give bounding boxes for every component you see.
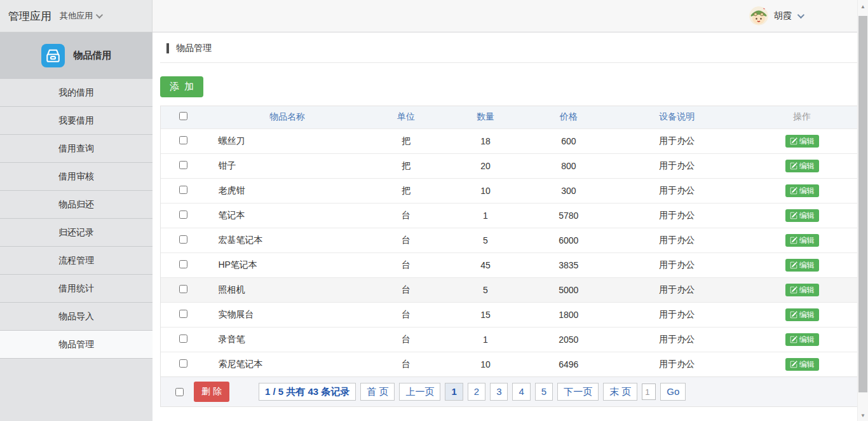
edit-button[interactable]: 编辑 <box>785 184 819 197</box>
archive-drawer-icon <box>41 44 65 67</box>
table-row: 索尼笔记本 台 10 6496 用于办公 编辑 <box>161 352 860 376</box>
prev-page-button[interactable]: 上一页 <box>399 383 440 401</box>
edit-button[interactable]: 编辑 <box>785 259 819 272</box>
item-qty: 10 <box>443 178 527 203</box>
row-checkbox[interactable] <box>179 335 187 343</box>
edit-button[interactable]: 编辑 <box>785 160 819 172</box>
edit-pencil-icon <box>790 187 797 195</box>
other-apps-label: 其他应用 <box>60 10 93 22</box>
sidebar-item-item-import[interactable]: 物品导入 <box>0 302 153 330</box>
scrollbar-thumb[interactable] <box>858 16 867 392</box>
select-all-checkbox[interactable] <box>179 112 187 120</box>
item-price: 5780 <box>527 203 609 228</box>
item-desc: 用于办公 <box>609 277 744 302</box>
item-name: 螺丝刀 <box>205 128 369 153</box>
edit-button[interactable]: 编辑 <box>785 135 819 148</box>
edit-pencil-icon <box>790 286 797 294</box>
sidebar-item-item-return[interactable]: 物品归还 <box>0 190 153 218</box>
item-price: 3835 <box>527 252 609 277</box>
row-checkbox[interactable] <box>179 210 187 219</box>
item-desc: 用于办公 <box>609 203 744 228</box>
sidebar-item-label: 借用审核 <box>58 171 94 183</box>
record-summary: 1 / 5 共有 43 条记录 <box>259 383 356 401</box>
header-price[interactable]: 价格 <box>527 106 609 128</box>
sidebar-item-item-mgmt[interactable]: 物品管理 <box>0 330 153 358</box>
last-page-button[interactable]: 末 页 <box>603 383 637 401</box>
item-qty: 10 <box>443 352 527 376</box>
row-checkbox[interactable] <box>179 285 187 293</box>
row-checkbox[interactable] <box>179 359 187 368</box>
sidebar-item-i-want-borrow[interactable]: 我要借用 <box>0 106 153 134</box>
page-button-1[interactable]: 1 <box>445 383 463 401</box>
item-desc: 用于办公 <box>609 178 744 203</box>
edit-pencil-icon <box>790 212 797 219</box>
row-checkbox[interactable] <box>179 310 187 318</box>
table-row: 实物展台 台 15 1800 用于办公 编辑 <box>161 302 860 327</box>
header-desc[interactable]: 设备说明 <box>609 106 744 128</box>
add-button[interactable]: 添 加 <box>160 76 203 97</box>
item-name: HP笔记本 <box>205 252 369 277</box>
table-row: 老虎钳 把 10 300 用于办公 编辑 <box>161 178 860 203</box>
item-qty: 5 <box>443 228 527 252</box>
sidebar-item-return-records[interactable]: 归还记录 <box>0 218 153 246</box>
row-checkbox[interactable] <box>179 235 187 244</box>
page-header: 物品管理 <box>160 32 860 63</box>
item-qty: 20 <box>443 153 527 178</box>
sidebar-item-borrow-stats[interactable]: 借用统计 <box>0 274 153 302</box>
edit-pencil-icon <box>790 311 797 319</box>
sidebar-item-borrow-query[interactable]: 借用查询 <box>0 134 153 162</box>
row-checkbox[interactable] <box>179 136 187 144</box>
item-desc: 用于办公 <box>609 128 744 153</box>
vertical-scrollbar[interactable]: ▲ ▼ <box>857 0 868 421</box>
page-button-4[interactable]: 4 <box>512 383 530 401</box>
header-qty[interactable]: 数量 <box>443 106 527 128</box>
sidebar-module-header: 物品借用 <box>0 32 153 78</box>
page-button-3[interactable]: 3 <box>490 383 508 401</box>
edit-pencil-icon <box>790 237 797 244</box>
sidebar-filler <box>0 358 153 421</box>
item-price: 6000 <box>527 228 609 252</box>
header-item-name[interactable]: 物品名称 <box>205 106 369 128</box>
sidebar-item-process-mgmt[interactable]: 流程管理 <box>0 246 153 274</box>
item-unit: 台 <box>369 252 444 277</box>
scrollbar-down-arrow-icon[interactable]: ▼ <box>858 413 868 418</box>
scrollbar-up-arrow-icon[interactable]: ▲ <box>858 4 868 10</box>
edit-button[interactable]: 编辑 <box>785 358 819 371</box>
goto-page-input[interactable] <box>642 383 656 400</box>
edit-pencil-icon <box>790 137 797 145</box>
edit-button[interactable]: 编辑 <box>785 284 819 296</box>
item-price: 800 <box>527 153 609 178</box>
edit-label: 编辑 <box>799 361 815 368</box>
next-page-button[interactable]: 下一页 <box>557 383 599 401</box>
first-page-button[interactable]: 首 页 <box>360 383 395 401</box>
header-unit[interactable]: 单位 <box>369 106 444 128</box>
app-title: 管理应用 <box>8 9 51 24</box>
delete-button[interactable]: 删 除 <box>194 382 229 402</box>
sidebar-item-label: 物品归还 <box>58 199 94 210</box>
edit-button[interactable]: 编辑 <box>785 308 819 321</box>
footer-select-checkbox[interactable] <box>175 388 184 396</box>
row-checkbox[interactable] <box>179 161 187 169</box>
edit-button[interactable]: 编辑 <box>785 333 819 346</box>
item-desc: 用于办公 <box>609 352 744 376</box>
edit-button[interactable]: 编辑 <box>785 234 819 247</box>
sidebar-item-my-borrowing[interactable]: 我的借用 <box>0 78 153 106</box>
edit-pencil-icon <box>790 336 797 343</box>
row-checkbox[interactable] <box>179 260 187 268</box>
item-price: 2050 <box>527 327 609 352</box>
table-row: 钳子 把 20 800 用于办公 编辑 <box>161 153 860 178</box>
edit-button[interactable]: 编辑 <box>785 209 819 222</box>
user-menu-chevron-icon[interactable] <box>797 11 804 18</box>
topbar: 管理应用 其他应用 胡霞 <box>0 0 868 32</box>
row-checkbox[interactable] <box>179 186 187 194</box>
go-button[interactable]: Go <box>660 383 686 401</box>
page-title: 物品管理 <box>176 43 212 54</box>
item-unit: 台 <box>369 302 444 327</box>
page-button-5[interactable]: 5 <box>535 383 553 401</box>
user-avatar[interactable] <box>749 6 768 25</box>
other-apps-dropdown[interactable]: 其他应用 <box>60 10 101 22</box>
sidebar-item-label: 借用统计 <box>58 283 94 294</box>
item-unit: 把 <box>369 178 444 203</box>
sidebar-item-borrow-review[interactable]: 借用审核 <box>0 162 153 190</box>
page-button-2[interactable]: 2 <box>468 383 485 401</box>
